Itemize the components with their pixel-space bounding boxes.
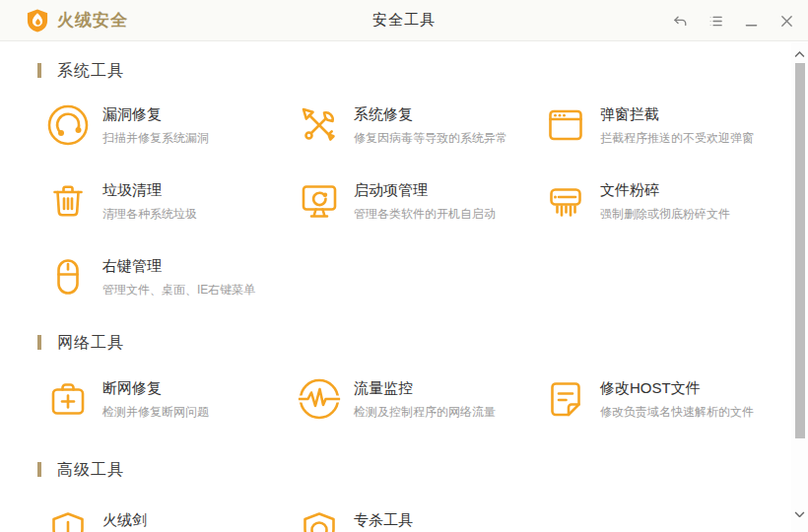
tool-text: 系统修复修复因病毒等导致的系统异常 xyxy=(354,103,507,149)
tool-item-system-repair[interactable]: 系统修复修复因病毒等导致的系统异常 xyxy=(298,103,544,149)
close-icon[interactable] xyxy=(778,13,794,29)
app-brand-name: 火绒安全 xyxy=(57,9,128,32)
section-0: 系统工具漏洞修复扫描并修复系统漏洞系统修复修复因病毒等导致的系统异常弹窗拦截拦截… xyxy=(0,61,808,300)
section-accent-bar xyxy=(37,63,41,78)
popup-blocker-icon xyxy=(544,103,587,147)
tool-desc: 扫描并修复系统漏洞 xyxy=(102,131,209,145)
scroll-down-icon[interactable] xyxy=(794,510,805,518)
section-header: 网络工具 xyxy=(37,333,808,352)
tool-desc: 修复因病毒等导致的系统异常 xyxy=(354,131,507,145)
tool-desc: 管理文件、桌面、IE右键菜单 xyxy=(102,283,255,297)
tool-text: 漏洞修复扫描并修复系统漏洞 xyxy=(102,103,209,149)
huorong-sword-icon xyxy=(46,509,90,532)
tool-text: 流量监控检测及控制程序的网络流量 xyxy=(354,377,496,423)
junk-clean-icon xyxy=(46,179,90,223)
tool-title: 专杀工具 xyxy=(354,511,413,529)
menu-list-icon[interactable] xyxy=(707,13,723,29)
tool-text: 启动项管理管理各类软件的开机自启动 xyxy=(354,179,496,225)
network-repair-icon xyxy=(46,377,90,421)
tool-desc: 清理各种系统垃圾 xyxy=(102,207,197,221)
tool-item-traffic-monitor[interactable]: 流量监控检测及控制程序的网络流量 xyxy=(298,377,544,423)
tool-desc: 强制删除或彻底粉碎文件 xyxy=(600,207,730,221)
traffic-monitor-icon xyxy=(298,377,341,421)
tool-desc: 拦截程序推送的不受欢迎弹窗 xyxy=(600,131,754,145)
tool-title: 流量监控 xyxy=(354,379,496,397)
tool-item-popup-blocker[interactable]: 弹窗拦截拦截程序推送的不受欢迎弹窗 xyxy=(544,103,808,149)
tool-title: 修改HOST文件 xyxy=(600,379,754,397)
tool-title: 启动项管理 xyxy=(354,181,496,199)
app-brand: 火绒安全 xyxy=(27,9,128,33)
tool-item-huorong-sword[interactable]: 火绒剑 xyxy=(46,509,298,532)
window-controls xyxy=(672,0,794,41)
tool-item-file-shredder[interactable]: 文件粉碎强制删除或彻底粉碎文件 xyxy=(544,179,808,225)
tool-text: 文件粉碎强制删除或彻底粉碎文件 xyxy=(600,179,730,225)
tool-desc: 管理各类软件的开机自启动 xyxy=(354,207,496,221)
tools-grid: 断网修复检测并修复断网问题流量监控检测及控制程序的网络流量修改HOST文件修改负… xyxy=(46,377,808,423)
tool-text: 弹窗拦截拦截程序推送的不受欢迎弹窗 xyxy=(600,103,754,149)
startup-manager-icon xyxy=(298,179,341,223)
tool-title: 火绒剑 xyxy=(102,511,147,529)
tool-desc: 修改负责域名快速解析的文件 xyxy=(600,405,754,419)
back-icon[interactable] xyxy=(672,13,688,29)
section-header: 高级工具 xyxy=(37,460,808,479)
titlebar: 火绒安全 安全工具 xyxy=(0,0,808,41)
tool-item-junk-clean[interactable]: 垃圾清理清理各种系统垃圾 xyxy=(46,179,298,225)
tool-text: 垃圾清理清理各种系统垃圾 xyxy=(102,179,197,225)
tool-text: 断网修复检测并修复断网问题 xyxy=(102,377,209,423)
tool-title: 漏洞修复 xyxy=(102,105,209,123)
tool-title: 文件粉碎 xyxy=(600,181,730,199)
tool-item-network-repair[interactable]: 断网修复检测并修复断网问题 xyxy=(46,377,298,423)
tool-text: 修改HOST文件修改负责域名快速解析的文件 xyxy=(600,377,754,423)
scrollbar[interactable] xyxy=(791,42,808,532)
page-title: 安全工具 xyxy=(372,11,436,30)
tool-item-host-file[interactable]: 修改HOST文件修改负责域名快速解析的文件 xyxy=(544,377,808,423)
tool-item-startup-manager[interactable]: 启动项管理管理各类软件的开机自启动 xyxy=(298,179,544,225)
tools-grid: 火绒剑专杀工具 xyxy=(46,509,808,532)
tools-page: 系统工具漏洞修复扫描并修复系统漏洞系统修复修复因病毒等导致的系统异常弹窗拦截拦截… xyxy=(0,61,808,532)
tool-title: 右键管理 xyxy=(102,257,255,275)
scrollbar-thumb[interactable] xyxy=(795,63,805,438)
huorong-logo-icon xyxy=(27,9,48,33)
system-repair-icon xyxy=(298,103,341,147)
minimize-icon[interactable] xyxy=(743,13,759,29)
tools-grid: 漏洞修复扫描并修复系统漏洞系统修复修复因病毒等导致的系统异常弹窗拦截拦截程序推送… xyxy=(46,103,808,300)
section-1: 网络工具断网修复检测并修复断网问题流量监控检测及控制程序的网络流量修改HOST文… xyxy=(0,333,808,423)
tool-item-vulnerability-fix[interactable]: 漏洞修复扫描并修复系统漏洞 xyxy=(46,103,298,149)
tool-item-specialized-killer[interactable]: 专杀工具 xyxy=(298,509,544,532)
tool-text: 火绒剑 xyxy=(102,509,147,532)
tool-text: 专杀工具 xyxy=(354,509,413,532)
specialized-killer-icon xyxy=(298,509,341,532)
tool-title: 弹窗拦截 xyxy=(600,105,754,123)
tool-text: 右键管理管理文件、桌面、IE右键菜单 xyxy=(102,255,255,300)
tool-desc: 检测及控制程序的网络流量 xyxy=(354,405,496,419)
section-2: 高级工具火绒剑专杀工具 xyxy=(0,460,808,532)
section-title: 高级工具 xyxy=(57,460,124,479)
vulnerability-fix-icon xyxy=(46,103,90,147)
tool-item-context-menu[interactable]: 右键管理管理文件、桌面、IE右键菜单 xyxy=(46,255,298,300)
section-accent-bar xyxy=(37,462,41,477)
tool-title: 断网修复 xyxy=(102,379,209,397)
scroll-up-icon[interactable] xyxy=(794,50,805,58)
tool-desc: 检测并修复断网问题 xyxy=(102,405,209,419)
tool-title: 系统修复 xyxy=(354,105,507,123)
section-header: 系统工具 xyxy=(37,61,808,80)
section-accent-bar xyxy=(37,335,41,350)
file-shredder-icon xyxy=(544,179,587,223)
section-title: 系统工具 xyxy=(57,61,124,80)
tool-title: 垃圾清理 xyxy=(102,181,197,199)
section-title: 网络工具 xyxy=(57,333,124,352)
host-file-icon xyxy=(544,377,587,421)
context-menu-icon xyxy=(46,255,90,299)
